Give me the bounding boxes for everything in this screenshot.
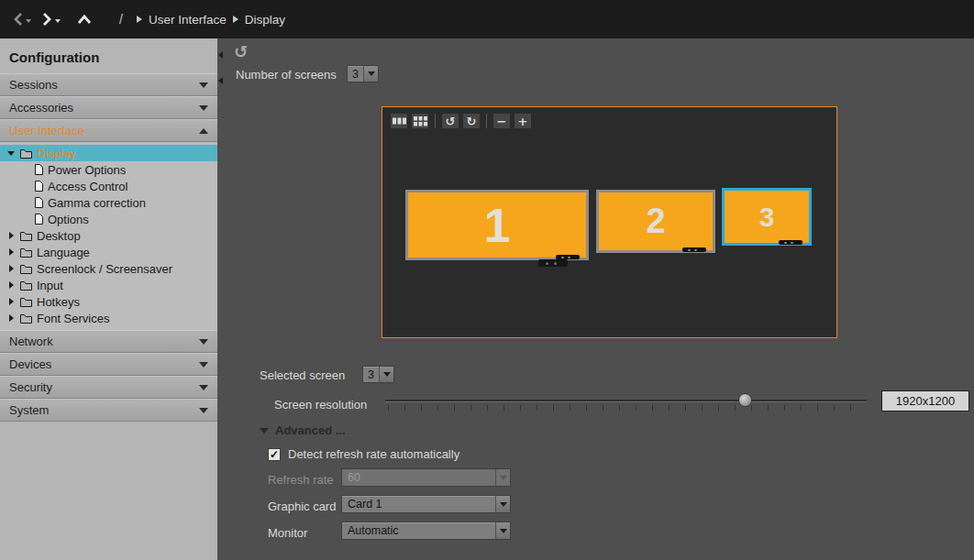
expander-closed-icon[interactable] bbox=[9, 298, 14, 305]
zoom-out-icon[interactable]: − bbox=[493, 113, 511, 129]
monitor-3[interactable]: 3 bbox=[722, 188, 812, 246]
expander-closed-icon[interactable] bbox=[9, 265, 14, 272]
tree-item-display[interactable]: Display bbox=[0, 145, 217, 161]
zoom-in-icon[interactable]: + bbox=[514, 113, 532, 129]
tree-item-desktop[interactable]: Desktop bbox=[0, 227, 217, 244]
chevron-right-icon bbox=[42, 12, 52, 27]
monitor-2[interactable]: 2 bbox=[596, 190, 715, 253]
display-settings-panel: ↺ Number of screens 3 ↺ ↻ bbox=[217, 38, 974, 560]
back-button[interactable] bbox=[13, 12, 31, 27]
arrange-row-icon[interactable] bbox=[390, 113, 408, 129]
forward-button[interactable] bbox=[42, 12, 61, 27]
graphic-card-dropdown[interactable]: Card 1 bbox=[341, 495, 511, 513]
monitor-arrangement-panel: ↺ ↻ − + 1 2 3 bbox=[382, 106, 837, 338]
breadcrumb-display[interactable]: Display bbox=[245, 13, 285, 27]
screen-resolution-slider[interactable] bbox=[385, 390, 867, 412]
up-button[interactable] bbox=[77, 14, 92, 25]
toolbar-separator bbox=[435, 114, 436, 128]
back-history-caret-icon bbox=[26, 19, 31, 23]
sidebar-section-accessories[interactable]: Accessories bbox=[0, 96, 217, 119]
breadcrumb-arrow-icon bbox=[137, 16, 142, 23]
dropdown-arrow-icon bbox=[363, 66, 378, 82]
folder-icon bbox=[20, 247, 32, 258]
number-of-screens-dropdown[interactable]: 3 bbox=[347, 65, 379, 82]
sidebar-section-sessions[interactable]: Sessions bbox=[0, 73, 217, 96]
toolbar-separator bbox=[486, 114, 487, 128]
monitor-osd-buttons bbox=[682, 247, 706, 252]
slider-ticks bbox=[388, 405, 867, 411]
expander-closed-icon[interactable] bbox=[9, 314, 14, 322]
slider-track bbox=[385, 400, 867, 402]
tree-item-options[interactable]: Options bbox=[0, 211, 217, 227]
detect-refresh-checkbox[interactable]: ✓ bbox=[268, 448, 281, 461]
expander-closed-icon[interactable] bbox=[9, 281, 14, 289]
monitor-dropdown[interactable]: Automatic bbox=[341, 522, 511, 540]
file-icon bbox=[35, 181, 43, 192]
graphic-card-label: Graphic card bbox=[268, 500, 336, 513]
monitor-2-number: 2 bbox=[646, 202, 665, 241]
detect-refresh-label: Detect refresh rate automatically bbox=[288, 447, 459, 461]
monitor-3-number: 3 bbox=[759, 202, 775, 233]
chevron-up-icon bbox=[199, 128, 208, 134]
sidebar-section-devices[interactable]: Devices bbox=[0, 353, 217, 376]
dropdown-arrow-icon bbox=[495, 496, 510, 512]
configuration-sidebar: Configuration Sessions Accessories User … bbox=[0, 38, 217, 560]
arrange-grid-icon[interactable] bbox=[411, 113, 429, 129]
refresh-rate-value: 60 bbox=[342, 469, 495, 486]
monitor-1[interactable]: 1 bbox=[405, 190, 589, 260]
sidebar-section-security[interactable]: Security bbox=[0, 376, 217, 399]
forward-history-caret-icon bbox=[55, 19, 61, 23]
chevron-down-icon bbox=[199, 339, 208, 345]
monitor-value: Automatic bbox=[342, 522, 495, 539]
splitter-collapse-handle[interactable] bbox=[218, 51, 226, 84]
monitor-osd-buttons bbox=[779, 240, 802, 245]
sidebar-section-system[interactable]: System bbox=[0, 399, 217, 422]
chevron-down-icon bbox=[199, 105, 208, 111]
expander-closed-icon[interactable] bbox=[9, 232, 14, 239]
dropdown-arrow-icon bbox=[495, 522, 510, 539]
monitor-label: Monitor bbox=[268, 526, 307, 540]
folder-icon bbox=[20, 297, 32, 307]
tree-item-power-options[interactable]: Power Options bbox=[0, 161, 217, 178]
sidebar-section-user-interface[interactable]: User Interface bbox=[0, 119, 217, 142]
sidebar-empty-area bbox=[0, 422, 217, 560]
rotate-left-icon[interactable]: ↺ bbox=[441, 113, 459, 129]
expander-open-icon[interactable] bbox=[7, 151, 15, 156]
expander-open-icon bbox=[260, 428, 269, 434]
file-icon bbox=[35, 214, 43, 225]
tree-item-access-control[interactable]: Access Control bbox=[0, 178, 217, 194]
expander-closed-icon[interactable] bbox=[9, 248, 14, 256]
tree-item-font-services[interactable]: Font Services bbox=[0, 310, 217, 326]
monitor-stand bbox=[538, 259, 568, 267]
detect-refresh-row: ✓ Detect refresh rate automatically bbox=[268, 447, 459, 461]
chevron-left-icon bbox=[13, 12, 23, 27]
monitor-toolbar: ↺ ↻ − + bbox=[390, 113, 532, 129]
chevron-up-icon bbox=[77, 14, 92, 25]
top-navigation-bar: / User Interface Display bbox=[0, 0, 974, 38]
folder-icon bbox=[20, 231, 32, 241]
breadcrumb-user-interface[interactable]: User Interface bbox=[149, 13, 227, 27]
selected-screen-dropdown[interactable]: 3 bbox=[362, 366, 394, 383]
chevron-down-icon bbox=[199, 82, 208, 88]
dropdown-arrow-icon bbox=[379, 367, 393, 382]
graphic-card-value: Card 1 bbox=[342, 496, 495, 512]
number-of-screens-label: Number of screens bbox=[236, 68, 337, 82]
screen-resolution-value: 1920x1200 bbox=[881, 390, 969, 412]
screen-resolution-label: Screen resolution bbox=[274, 398, 367, 412]
breadcrumb-root[interactable]: / bbox=[119, 12, 123, 27]
tree-item-language[interactable]: Language bbox=[0, 244, 217, 260]
sidebar-section-network[interactable]: Network bbox=[0, 330, 217, 353]
reset-icon[interactable]: ↺ bbox=[234, 42, 248, 61]
selected-screen-label: Selected screen bbox=[260, 368, 345, 382]
advanced-expander[interactable]: Advanced ... bbox=[260, 423, 346, 437]
sidebar-title: Configuration bbox=[0, 38, 217, 73]
breadcrumb-arrow-icon bbox=[233, 16, 238, 23]
rotate-right-icon[interactable]: ↻ bbox=[462, 113, 481, 129]
folder-icon bbox=[20, 280, 32, 291]
tree-item-screenlock-screensaver[interactable]: Screenlock / Screensaver bbox=[0, 260, 217, 277]
tree-item-gamma-correction[interactable]: Gamma correction bbox=[0, 194, 217, 211]
tree-item-hotkeys[interactable]: Hotkeys bbox=[0, 293, 217, 310]
tree-item-input[interactable]: Input bbox=[0, 277, 217, 293]
file-icon bbox=[35, 164, 43, 175]
application-window: / User Interface Display Configuration S… bbox=[0, 0, 974, 560]
